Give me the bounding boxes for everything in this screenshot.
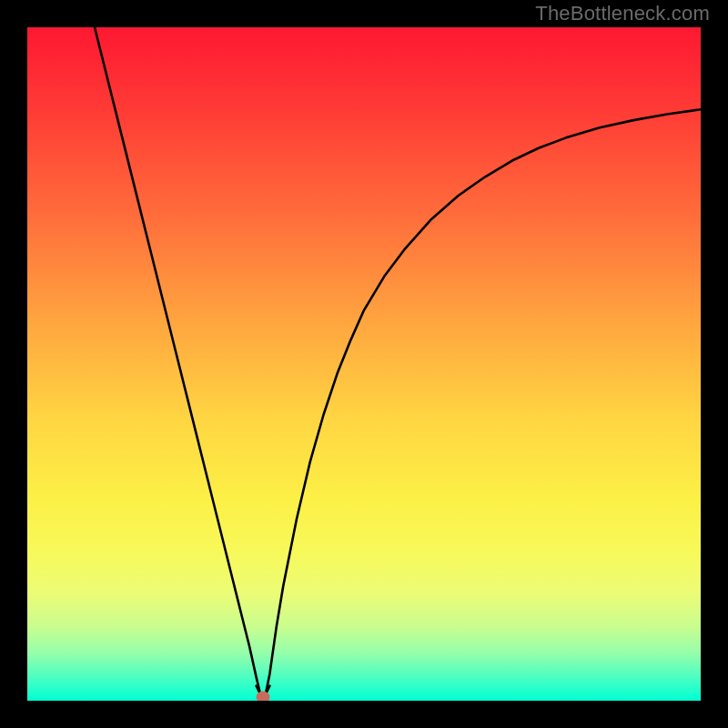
chart-container: TheBottleneck.com <box>0 0 728 728</box>
watermark-text: TheBottleneck.com <box>535 2 710 25</box>
optimum-marker <box>257 692 270 701</box>
curve-left-branch <box>95 27 260 694</box>
curve-right-branch <box>266 109 701 693</box>
plot-svg <box>27 27 701 701</box>
plot-area <box>27 27 701 701</box>
